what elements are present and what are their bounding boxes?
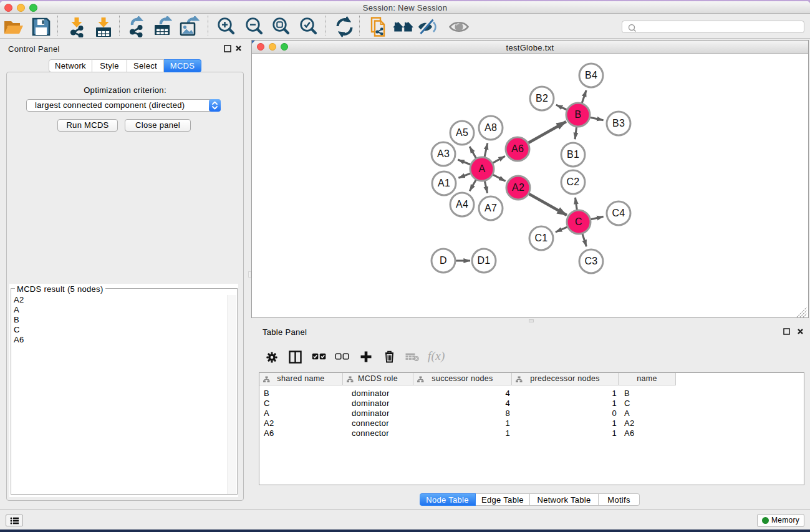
svg-text:D1: D1 [477,255,490,266]
svg-text:B: B [575,109,582,120]
svg-text:A1: A1 [438,178,450,188]
svg-text:B2: B2 [536,93,548,104]
svg-text:A8: A8 [485,122,497,133]
svg-text:C2: C2 [566,177,579,187]
svg-text:C1: C1 [534,233,547,243]
svg-text:A: A [479,163,486,174]
svg-text:A6: A6 [511,143,524,154]
svg-text:A2: A2 [512,182,524,193]
svg-text:A4: A4 [456,199,468,210]
svg-text:A7: A7 [485,203,497,213]
svg-text:B4: B4 [585,70,597,80]
svg-text:A5: A5 [456,127,468,138]
svg-text:C: C [575,216,582,227]
svg-text:A3: A3 [437,148,450,159]
svg-text:C3: C3 [584,256,597,266]
svg-text:B3: B3 [612,118,625,128]
svg-text:B1: B1 [567,149,579,160]
svg-text:C4: C4 [612,208,625,218]
svg-text:D: D [440,255,447,266]
